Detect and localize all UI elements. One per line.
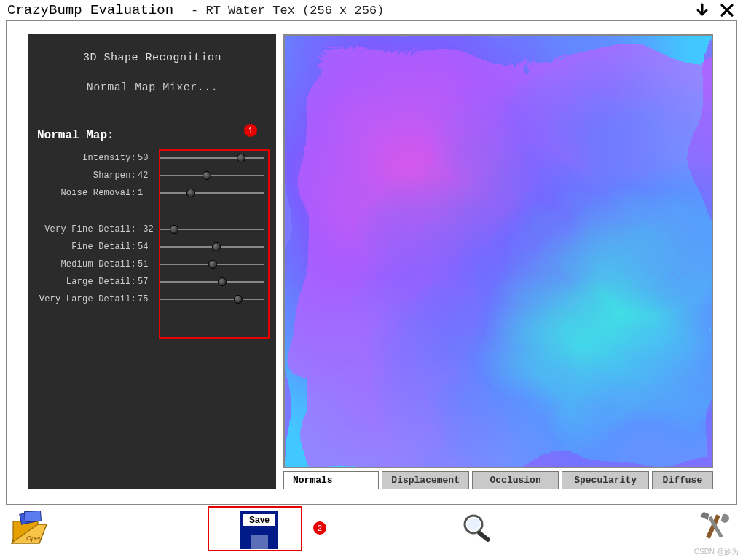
slider-thumb[interactable] [218,277,227,286]
tab-diffuse[interactable]: Diffuse [652,471,713,489]
tab-specularity[interactable]: Specularity [562,471,648,489]
tab-displacement[interactable]: Displacement [382,471,468,489]
slider-row: Fine Detail:54 [28,238,276,256]
slider-label: Very Large Detail: [28,294,136,304]
slider-thumb[interactable] [237,154,245,162]
slider-label: Sharpen: [28,170,136,181]
svg-rect-10 [476,530,490,543]
slider-thumb[interactable] [203,171,211,180]
panel-heading: Normal Map: [37,129,276,142]
slider-value: -32 [136,224,157,234]
slider[interactable] [160,299,264,300]
main-frame: 3D Shape Recognition Normal Map Mixer...… [6,20,737,505]
texture-preview[interactable] [283,34,713,468]
tools-button[interactable] [695,510,733,551]
slider-thumb[interactable] [212,242,221,251]
app-title: CrazyBump Evaluation [7,2,173,18]
slider-thumb[interactable] [208,260,217,269]
slider-value: 75 [136,294,157,304]
slider-value: 50 [136,153,157,163]
slider-value: 57 [136,277,157,287]
slider-value: 1 [136,188,157,198]
slider-row: Sharpen:42 [28,167,276,184]
slider[interactable] [160,192,264,194]
svg-text:Open: Open [26,535,42,542]
slider[interactable] [160,246,264,248]
shape-recognition-link[interactable]: 3D Shape Recognition [28,52,276,64]
slider-row: Medium Detail:51 [28,256,276,273]
slider-label: Medium Detail: [28,259,136,269]
svg-rect-6 [25,511,42,522]
slider-label: Very Fine Detail: [28,224,136,234]
open-button[interactable]: Open [10,511,52,550]
slider-label: Intensity: [28,153,136,163]
slider-row: Very Large Detail:75 [28,291,276,308]
slider-group-basic: Intensity:50Sharpen:42Noise Removal:1 [28,149,276,202]
control-panel: 3D Shape Recognition Normal Map Mixer...… [28,34,276,489]
svg-point-9 [467,518,480,531]
slider[interactable] [160,157,264,159]
slider[interactable] [160,281,264,283]
close-icon[interactable] [718,1,736,19]
svg-rect-2 [285,36,712,467]
slider-thumb[interactable] [170,225,178,234]
tab-occlusion[interactable]: Occlusion [472,471,559,489]
slider-thumb[interactable] [186,189,195,197]
minimize-icon[interactable] [693,1,711,19]
slider-value: 54 [136,242,157,252]
title-bar: CrazyBump Evaluation - RT_Water_Tex (256… [0,0,743,20]
slider-label: Large Detail: [28,277,136,287]
slider-label: Fine Detail: [28,242,136,252]
slider-group-detail: Very Fine Detail:-32Fine Detail:54Medium… [28,221,276,308]
slider-row: Very Fine Detail:-32 [28,221,276,238]
slider-row: Noise Removal:1 [28,184,276,202]
bottom-toolbar: Open Save [6,507,737,553]
tab-normals[interactable]: Normals [283,471,379,489]
file-title: - RT_Water_Tex (256 x 256) [191,4,384,17]
save-label: Save [243,514,275,526]
slider-value: 51 [136,259,157,269]
slider-label: Noise Removal: [28,188,136,198]
normal-map-mixer-link[interactable]: Normal Map Mixer... [28,82,276,94]
slider[interactable] [160,175,264,176]
output-tabs: NormalsDisplacementOcclusionSpecularityD… [283,471,713,489]
slider-thumb[interactable] [234,295,243,304]
magnify-button[interactable] [460,513,497,548]
slider[interactable] [160,264,264,265]
slider[interactable] [160,229,264,230]
slider-row: Intensity:50 [28,149,276,167]
slider-value: 42 [136,170,157,181]
slider-row: Large Detail:57 [28,273,276,291]
save-button[interactable]: Save [240,511,278,549]
